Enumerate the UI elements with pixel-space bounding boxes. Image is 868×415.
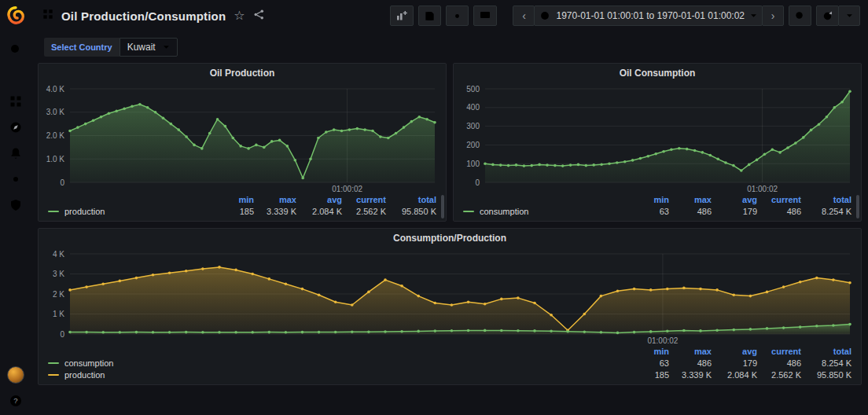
panel-title[interactable]: Consumption/Production	[39, 229, 861, 248]
dashboards-grid-icon	[9, 94, 23, 108]
dashboard-grid: Oil Production 01.0 K2.0 K3.0 K4.0 K01:0…	[31, 63, 868, 415]
legend-header-total[interactable]: total	[386, 195, 436, 204]
time-range-picker-button[interactable]: 1970-01-01 01:00:01 to 1970-01-01 01:00:…	[534, 6, 763, 26]
legend-header-avg[interactable]: avg	[296, 195, 342, 204]
series-color-dash	[463, 211, 474, 212]
add-panel-button[interactable]	[390, 6, 414, 26]
legend-header-total[interactable]: total	[801, 347, 851, 356]
country-dropdown-value: Kuwait	[127, 42, 156, 53]
legend-value-avg: 2.084 K	[296, 207, 342, 216]
oil-consumption-chart[interactable]: 010020030040050001:00:02	[454, 83, 861, 195]
panel-row-bottom: Consumption/Production 01 K2 K3 K4 K01:0…	[38, 228, 862, 385]
legend: min max avg current total consumption 63…	[454, 195, 861, 221]
legend-header-total[interactable]: total	[801, 195, 851, 204]
legend-scrollbar[interactable]	[441, 195, 444, 219]
svg-text:01:00:02: 01:00:02	[332, 185, 362, 193]
svg-text:0: 0	[60, 330, 64, 339]
legend-header-current[interactable]: current	[342, 195, 386, 204]
legend-value-min: 63	[631, 358, 669, 368]
chevron-down-icon	[163, 45, 170, 50]
navbar: Oil Production/Consumption ☆	[31, 0, 868, 31]
svg-text:01:00:02: 01:00:02	[747, 185, 778, 193]
svg-text:3.0 K: 3.0 K	[46, 108, 65, 116]
time-range-text: 1970-01-01 01:00:01 to 1970-01-01 01:00:…	[556, 10, 745, 21]
main-column: Oil Production/Consumption ☆	[31, 0, 868, 415]
shield-icon	[9, 198, 23, 212]
sidebar-item-configuration[interactable]	[8, 171, 24, 187]
svg-text:1.0 K: 1.0 K	[46, 155, 65, 163]
dashboard-settings-button[interactable]	[446, 6, 469, 26]
compass-icon	[9, 120, 23, 134]
time-shift-back-button[interactable]: ‹	[513, 6, 535, 26]
variable-label: Select Country	[44, 38, 120, 57]
svg-text:2.0 K: 2.0 K	[46, 131, 65, 140]
legend-header-current[interactable]: current	[757, 195, 801, 204]
legend-header-max[interactable]: max	[669, 347, 712, 356]
sidebar-item-dashboards[interactable]	[8, 94, 24, 109]
sidebar-item-search[interactable]	[8, 42, 24, 57]
dashboard-title[interactable]: Oil Production/Consumption	[61, 9, 226, 23]
legend-value-max: 486	[669, 207, 712, 216]
consumption-production-chart[interactable]: 01 K2 K3 K4 K01:00:02	[39, 248, 861, 347]
legend-header-max[interactable]: max	[669, 195, 712, 204]
legend-header-avg[interactable]: avg	[712, 195, 757, 204]
legend-header-min[interactable]: min	[216, 195, 254, 204]
sidebar-item-alerting[interactable]	[8, 145, 24, 161]
chart-area: 01 K2 K3 K4 K01:00:02	[39, 248, 861, 347]
sidebar-item-explore[interactable]	[8, 119, 24, 135]
svg-text:300: 300	[466, 122, 480, 130]
sidebar-item-create[interactable]	[8, 68, 24, 83]
legend-value-total: 95.850 K	[386, 207, 436, 216]
chart-area: 01.0 K2.0 K3.0 K4.0 K01:00:02	[39, 83, 446, 195]
grafana-logo[interactable]	[6, 6, 26, 26]
sidebar-item-help[interactable]: ?	[8, 393, 24, 409]
legend-value-avg: 179	[712, 207, 757, 216]
gear-icon	[451, 10, 463, 22]
svg-text:0: 0	[475, 178, 480, 187]
search-icon	[9, 42, 23, 57]
sidebar-item-server-admin[interactable]	[8, 197, 24, 213]
svg-text:4.0 K: 4.0 K	[46, 85, 65, 94]
legend-series-consumption[interactable]: consumption	[48, 358, 631, 368]
refresh-interval-dropdown[interactable]	[838, 6, 860, 26]
series-color-dash	[48, 374, 59, 376]
clock-icon	[539, 10, 550, 21]
panel-row-top: Oil Production 01.0 K2.0 K3.0 K4.0 K01:0…	[38, 63, 862, 222]
share-icon[interactable]	[253, 9, 265, 24]
legend-series-label: production	[64, 370, 105, 380]
save-dashboard-button[interactable]	[418, 6, 441, 26]
refresh-group	[816, 6, 860, 26]
time-shift-forward-button[interactable]: ›	[762, 6, 784, 26]
legend-header-max[interactable]: max	[254, 195, 296, 204]
user-avatar[interactable]	[7, 366, 24, 384]
legend-scrollbar[interactable]	[856, 195, 859, 219]
zoom-out-button[interactable]	[789, 6, 811, 26]
legend-series-production[interactable]: production	[48, 370, 631, 380]
legend-series-label: consumption	[480, 207, 528, 216]
legend-series-label: production	[64, 207, 105, 216]
app-root: ? Oil Production/Consumption ☆	[0, 0, 868, 415]
sidebar-bottom: ?	[7, 366, 24, 409]
legend-series-production[interactable]: production	[48, 207, 216, 216]
legend-value-avg: 2.084 K	[712, 370, 757, 380]
time-range-group: ‹ 1970-01-01 01:00:01 to 1970-01-01 01:0…	[513, 6, 784, 26]
refresh-button[interactable]	[816, 6, 839, 26]
legend-value-current: 486	[757, 358, 801, 368]
legend-value-max: 486	[669, 358, 712, 368]
svg-text:100: 100	[466, 160, 480, 168]
panel-title[interactable]: Oil Production	[39, 64, 446, 83]
legend-header-min[interactable]: min	[631, 347, 669, 356]
svg-text:2 K: 2 K	[53, 290, 64, 299]
oil-production-chart[interactable]: 01.0 K2.0 K3.0 K4.0 K01:00:02	[39, 83, 446, 195]
panel-consumption-production: Consumption/Production 01 K2 K3 K4 K01:0…	[38, 228, 862, 385]
panel-title[interactable]: Oil Consumption	[454, 64, 861, 83]
view-mode-button[interactable]	[473, 6, 497, 26]
legend-series-consumption[interactable]: consumption	[463, 207, 631, 216]
country-dropdown[interactable]: Kuwait	[120, 38, 178, 57]
legend-header-current[interactable]: current	[757, 347, 801, 356]
legend-header-avg[interactable]: avg	[712, 347, 757, 356]
svg-text:200: 200	[466, 141, 480, 149]
svg-text:0: 0	[60, 178, 64, 187]
star-icon[interactable]: ☆	[234, 9, 245, 22]
legend-header-min[interactable]: min	[631, 195, 669, 204]
